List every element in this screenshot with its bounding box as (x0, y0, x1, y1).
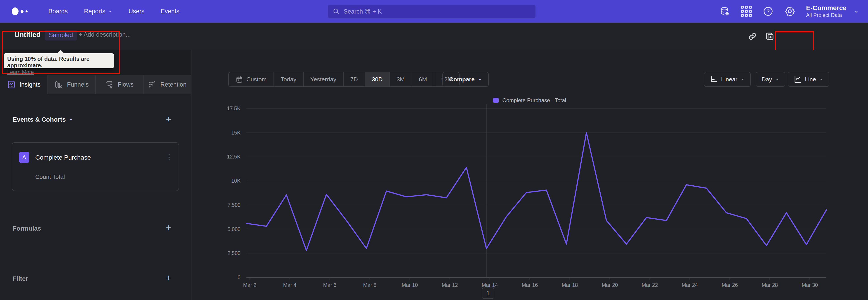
y-axis-label-0: 0 (238, 274, 241, 280)
x-axis-label-Mar-16: Mar 16 (522, 282, 538, 288)
x-axis-label-Mar-10: Mar 10 (402, 282, 418, 288)
x-axis-label-Mar-20: Mar 20 (602, 282, 618, 288)
flows-squiggle-icon (105, 80, 114, 89)
line-chart-plot[interactable]: 17.5K15K12.5K10K7,5005,0002,5000Mar 2Mar… (191, 50, 868, 300)
search-placeholder: Search ⌘ + K (344, 8, 382, 15)
settings-gear-icon[interactable] (783, 5, 796, 18)
x-axis-label-Mar-26: Mar 26 (722, 282, 738, 288)
tab-funnels[interactable]: Funnels (48, 75, 96, 94)
x-axis-label-Mar-6: Mar 6 (323, 282, 337, 288)
duplicate-icon[interactable] (764, 30, 776, 42)
y-axis-label-2,500: 2,500 (227, 250, 241, 256)
tab-insights[interactable]: Insights (0, 75, 48, 94)
kebab-menu-icon[interactable]: ⋮ (165, 153, 173, 161)
event-card[interactable]: A Complete Purchase ⋮ Count Total (12, 142, 179, 191)
apps-grid-icon[interactable] (740, 5, 753, 18)
mixpanel-logo-icon[interactable] (12, 7, 32, 15)
search-icon (333, 8, 340, 15)
insights-chart-icon (7, 80, 16, 89)
nav-item-reports[interactable]: Reports⌄ (84, 8, 112, 15)
pagination-page-1[interactable]: 1 (482, 288, 494, 299)
add-filter-button[interactable]: + (164, 274, 173, 283)
retention-dots-icon (148, 80, 157, 89)
project-name: E-Commerce (806, 4, 846, 12)
y-axis-label-7,500: 7,500 (227, 202, 241, 208)
nav-item-boards[interactable]: Boards (49, 8, 68, 15)
add-formulas-button[interactable]: + (164, 223, 173, 233)
search-input[interactable]: Search ⌘ + K (328, 5, 536, 18)
nav-item-users[interactable]: Users (129, 8, 145, 15)
help-icon[interactable]: ? (762, 5, 774, 18)
y-axis-label-17.5K: 17.5K (227, 106, 241, 112)
tooltip-text: Using 10% of data. Results are approxima… (7, 56, 110, 69)
event-series-badge: A (19, 152, 29, 163)
section-filter: Filter (13, 275, 28, 282)
x-axis-label-Mar-18: Mar 18 (562, 282, 578, 288)
add-event-button[interactable]: + (164, 115, 173, 124)
nav-menu: BoardsReports⌄UsersEvents (32, 8, 180, 15)
report-type-tabs: InsightsFunnelsFlowsRetention (0, 75, 191, 94)
learn-more-link[interactable]: Learn More (7, 69, 34, 75)
sampling-tooltip: Using 10% of data. Results are approxima… (4, 53, 114, 68)
svg-text:?: ? (767, 8, 770, 14)
tab-retention[interactable]: Retention (144, 75, 191, 94)
x-axis-label-Mar-14: Mar 14 (482, 282, 498, 288)
top-nav-bar: BoardsReports⌄UsersEvents Search ⌘ + K (0, 0, 868, 23)
nav-item-events[interactable]: Events (161, 8, 180, 15)
x-axis-label-Mar-12: Mar 12 (442, 282, 458, 288)
chart-area: CustomTodayYesterday7D30D3M6M12M Compare… (191, 50, 868, 300)
events-cohorts-header[interactable]: Events & Cohorts ⌄ (13, 116, 73, 123)
y-axis-label-10K: 10K (231, 178, 241, 184)
x-axis-label-Mar-2: Mar 2 (243, 282, 256, 288)
x-axis-label-Mar-4: Mar 4 (283, 282, 297, 288)
x-axis-label-Mar-24: Mar 24 (682, 282, 698, 288)
event-metric[interactable]: Count Total (35, 173, 65, 180)
x-axis-label-Mar-22: Mar 22 (642, 282, 658, 288)
funnels-bars-icon (54, 80, 63, 89)
event-name[interactable]: Complete Purchase (35, 154, 91, 161)
y-axis-label-5,000: 5,000 (227, 226, 241, 232)
project-switcher[interactable]: E-Commerce All Project Data (806, 4, 846, 18)
x-axis-label-Mar-30: Mar 30 (802, 282, 818, 288)
series-line-complete-purchase-total[interactable] (246, 133, 827, 250)
data-management-icon[interactable] (718, 5, 731, 18)
tab-flows[interactable]: Flows (96, 75, 144, 94)
project-scope: All Project Data (806, 12, 846, 18)
x-axis-label-Mar-28: Mar 28 (762, 282, 778, 288)
report-title-bar: Untitled Sampled + Add description... ⋯ … (0, 23, 868, 50)
add-description-field[interactable]: + Add description... (79, 31, 131, 38)
copy-link-icon[interactable] (746, 30, 758, 42)
query-builder-panel: Events & Cohorts ⌄ + A Complete Purchase… (0, 94, 191, 300)
report-title[interactable]: Untitled (14, 31, 40, 39)
x-axis-label-Mar-8: Mar 8 (363, 282, 376, 288)
sampled-badge[interactable]: Sampled (45, 30, 77, 40)
y-axis-label-15K: 15K (231, 130, 241, 136)
y-axis-label-12.5K: 12.5K (227, 154, 241, 160)
section-formulas: Formulas (13, 225, 41, 232)
